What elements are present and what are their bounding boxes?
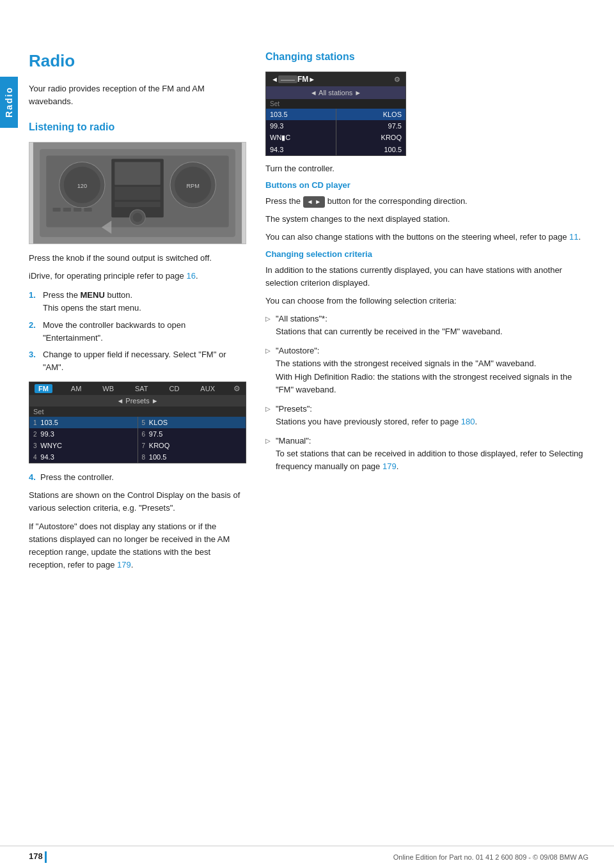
- changing-stations-title: Changing stations: [265, 51, 588, 63]
- page-link-179-left[interactable]: 179: [117, 560, 131, 570]
- page-link-179-right[interactable]: 179: [382, 461, 397, 471]
- body-text-1: Press the knob if the sound output is sw…: [29, 252, 246, 265]
- body-text-2: iDrive, for operating principle refer to…: [29, 270, 246, 283]
- svg-rect-17: [63, 208, 71, 212]
- cd-button-icon: ◄ ►: [303, 196, 326, 208]
- set-bar: Set: [266, 99, 405, 109]
- header-arrow-right: ►: [308, 75, 315, 83]
- svg-rect-12: [114, 202, 160, 207]
- svg-text:RPM: RPM: [186, 183, 199, 189]
- criteria-item-4: "Manual": To set stations that can be re…: [265, 435, 588, 473]
- left-column: Radio Your radio provides reception of t…: [29, 51, 246, 846]
- station-row-1: 1 103.5 5 KLOS: [29, 417, 246, 428]
- stations-screen: ◄ —— FM ► ⚙ ◄ All stations ► Set 103.5 K…: [265, 72, 406, 156]
- criteria-item-2: "Autostore": The stations with the stron…: [265, 345, 588, 396]
- menu-icon: ⚙: [233, 384, 240, 393]
- footer-text: Online Edition for Part no. 01 41 2 600 …: [393, 853, 588, 861]
- right-column: Changing stations ◄ —— FM ► ⚙ ◄ All stat…: [265, 51, 588, 846]
- band-label: ——: [278, 75, 297, 83]
- cd-desc-3: You can also change stations with the bu…: [265, 231, 588, 244]
- station-row-3: 3 WNYC 7 KROQ: [29, 440, 246, 451]
- cd-desc-2: The system changes to the next displayed…: [265, 213, 588, 226]
- cd-button-desc: Press the ◄ ► button for the correspondi…: [265, 195, 588, 208]
- steps-list: 1. Press the MENU button.This opens the …: [29, 289, 246, 374]
- am-tab: AM: [71, 385, 82, 392]
- buttons-cd-title: Buttons on CD player: [265, 180, 588, 190]
- criteria-item-1: "All stations"*: Stations that can curre…: [265, 313, 588, 338]
- sat-tab: SAT: [135, 385, 148, 392]
- criteria-item-3: "Presets": Stations you have previously …: [265, 403, 588, 428]
- criteria-desc-2: You can choose from the following select…: [265, 295, 588, 307]
- body-text-3: Stations are shown on the Control Displa…: [29, 489, 246, 515]
- svg-point-14: [133, 213, 142, 222]
- footer-divider: [45, 851, 47, 863]
- page-number: 178: [29, 851, 53, 863]
- station-row-s1: 103.5 KLOS: [266, 109, 405, 120]
- fm-band-label: FM: [297, 75, 308, 84]
- svg-rect-11: [114, 187, 160, 199]
- criteria-list: "All stations"*: Stations that can curre…: [265, 313, 588, 474]
- page-container: Radio Radio Your radio provides receptio…: [0, 0, 614, 868]
- listening-section-title: Listening to radio: [29, 121, 246, 133]
- page-link-11[interactable]: 11: [569, 232, 578, 242]
- radio-screen-1: FM AM WB SAT CD AUX ⚙ ◄ Presets ► Set 1 …: [29, 382, 246, 463]
- station-row-4: 4 94.3 8 100.5: [29, 451, 246, 463]
- dashboard-svg: 120 RPM: [29, 143, 246, 244]
- station-row-s2: 99.3 97.5: [266, 120, 405, 132]
- set-row: Set: [29, 407, 246, 417]
- step-2: 2. Move the controller backwards to open…: [29, 319, 246, 345]
- page-link-16[interactable]: 16: [186, 271, 195, 281]
- page-link-180[interactable]: 180: [461, 417, 475, 426]
- intro-text: Your radio provides reception of the FM …: [29, 82, 246, 107]
- turn-controller-text: Turn the controller.: [265, 162, 588, 175]
- svg-rect-16: [52, 208, 60, 212]
- step-1: 1. Press the MENU button.This opens the …: [29, 289, 246, 314]
- step4: 4. Press the controller.: [29, 471, 246, 484]
- page-footer: 178 Online Edition for Part no. 01 41 2 …: [0, 846, 614, 868]
- aux-tab: AUX: [200, 385, 215, 392]
- page-title: Radio: [29, 51, 246, 71]
- header-arrow-left: ◄: [271, 75, 278, 83]
- changing-criteria-title: Changing selection criteria: [265, 249, 588, 259]
- station-row-s4: 94.3 100.5: [266, 144, 405, 155]
- cd-tab: CD: [169, 385, 180, 392]
- criteria-desc-1: In addition to the stations currently di…: [265, 264, 588, 290]
- side-tab: Radio: [0, 77, 18, 128]
- body-text-4: If "Autostore" does not display any stat…: [29, 520, 246, 572]
- stations-screen-header: ◄ —— FM ► ⚙: [266, 72, 405, 86]
- svg-rect-18: [74, 208, 81, 212]
- station-row-2: 2 99.3 6 97.5: [29, 428, 246, 440]
- main-content: Radio Your radio provides reception of t…: [29, 0, 588, 846]
- wb-tab: WB: [102, 385, 114, 392]
- svg-text:120: 120: [77, 183, 87, 189]
- fm-tab: FM: [35, 384, 52, 393]
- station-row-s3: WN▮C KROQ: [266, 132, 405, 144]
- presets-row: ◄ Presets ►: [29, 395, 246, 407]
- car-dashboard-image: 120 RPM: [29, 142, 246, 244]
- radio-header-row: FM AM WB SAT CD AUX ⚙: [29, 382, 246, 395]
- settings-icon: ⚙: [394, 75, 400, 84]
- step-3: 3. Change to upper field if necessary. S…: [29, 348, 246, 374]
- svg-rect-19: [84, 208, 91, 212]
- svg-rect-10: [114, 162, 160, 185]
- all-stations-row: ◄ All stations ►: [266, 86, 405, 99]
